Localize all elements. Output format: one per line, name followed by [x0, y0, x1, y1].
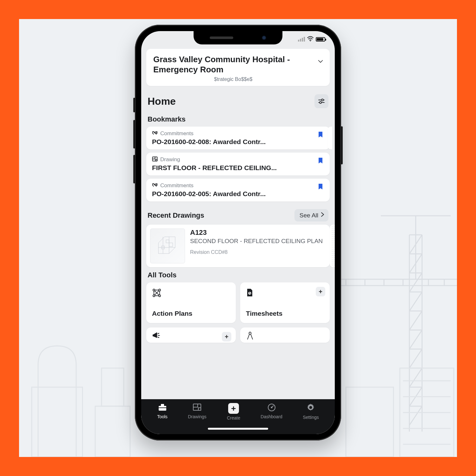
svg-rect-19 — [161, 404, 164, 406]
sliders-icon — [318, 97, 325, 105]
home-indicator[interactable] — [208, 428, 268, 430]
tool-label: Action Plans — [152, 310, 230, 317]
tool-label: Timesheets — [246, 310, 324, 317]
svg-point-25 — [309, 406, 312, 409]
svg-rect-10 — [155, 159, 157, 161]
tab-label: Settings — [303, 415, 319, 420]
project-subtitle: $trategic Bo$$e$ — [153, 76, 313, 82]
status-bar — [298, 36, 325, 42]
bookmarks-heading: Bookmarks — [141, 111, 335, 127]
filter-button[interactable] — [314, 94, 328, 108]
toolbox-icon — [158, 403, 167, 413]
chevron-right-icon — [320, 212, 325, 219]
all-tools-heading: All Tools — [141, 267, 335, 282]
bookmark-item[interactable]: Drawing FIRST FLOOR - REFLECTED CEILING.… — [146, 153, 330, 175]
project-title: Grass Valley Community Hospital - Emerge… — [153, 55, 313, 75]
bookmarks-list: Commitments PO-201600-02-008: Awarded Co… — [141, 127, 335, 202]
svg-rect-4 — [346, 387, 393, 457]
svg-rect-1 — [95, 406, 130, 457]
phone-frame: Grass Valley Community Hospital - Emerge… — [135, 25, 341, 440]
tab-drawings[interactable]: Drawings — [188, 403, 206, 419]
tab-label: Drawings — [188, 414, 206, 419]
svg-rect-2 — [102, 368, 124, 406]
svg-point-8 — [320, 102, 321, 103]
nodes-icon — [152, 288, 230, 300]
drawing-thumbnail — [150, 228, 185, 263]
drawing-revision: Revision CCD#8 — [190, 249, 323, 255]
svg-rect-16 — [153, 334, 154, 336]
cell-signal-icon — [298, 37, 305, 42]
tool-add-button[interactable]: + — [316, 287, 325, 296]
svg-point-7 — [321, 99, 323, 101]
drawing-card[interactable]: A123 SECOND FLOOR - REFLECTED CEILING PL… — [146, 225, 330, 267]
tools-grid: Action Plans + Timesheets + — [141, 282, 335, 343]
tool-timesheets[interactable]: + Timesheets — [240, 282, 330, 323]
svg-rect-20 — [159, 407, 166, 408]
file-icon — [246, 288, 324, 299]
svg-point-24 — [271, 407, 272, 408]
screen: Grass Valley Community Hospital - Emerge… — [141, 31, 335, 434]
tab-label: Tools — [157, 414, 168, 419]
drawing-description: SECOND FLOOR - REFLECTED CEILING PLAN — [190, 237, 323, 245]
bookmark-overflow-peek[interactable] — [328, 127, 332, 149]
wifi-icon — [307, 36, 314, 42]
see-all-label: See All — [300, 212, 318, 219]
bookmark-title: PO-201600-02-008: Awarded Contr... — [152, 138, 314, 146]
handshake-icon — [152, 131, 158, 136]
blueprint-icon — [192, 403, 202, 413]
bookmark-title: FIRST FLOOR - REFLECTED CEILING... — [152, 164, 314, 172]
bookmark-item[interactable]: Commitments PO-201600-02-008: Awarded Co… — [146, 127, 330, 149]
tab-label: Create — [227, 415, 240, 420]
see-all-button[interactable]: See All — [294, 209, 328, 221]
plus-icon: + — [228, 403, 239, 414]
project-selector[interactable]: Grass Valley Community Hospital - Emerge… — [146, 49, 330, 86]
bookmark-icon — [318, 183, 323, 192]
tab-settings[interactable]: Settings — [303, 403, 319, 420]
chevron-down-icon — [317, 58, 324, 67]
tab-bar: Tools Drawings + Create Dashboard — [141, 399, 335, 434]
bookmark-icon — [318, 131, 323, 140]
svg-rect-22 — [198, 408, 201, 410]
svg-rect-18 — [159, 406, 166, 411]
bookmark-category: Drawing — [160, 156, 180, 163]
droplet-icon — [246, 331, 324, 342]
bookmark-category: Commitments — [160, 130, 194, 137]
svg-rect-5 — [400, 368, 454, 457]
svg-point-6 — [310, 41, 311, 41]
tool-inspections[interactable] — [240, 327, 330, 343]
svg-rect-0 — [32, 387, 83, 457]
drawing-overflow-peek[interactable] — [330, 225, 335, 267]
tab-tools[interactable]: Tools — [157, 403, 168, 419]
tool-action-plans[interactable]: Action Plans — [146, 282, 236, 323]
tool-add-button[interactable]: + — [222, 332, 231, 341]
tab-create[interactable]: + Create — [227, 403, 240, 420]
recent-drawings-heading: Recent Drawings — [148, 211, 204, 220]
battery-icon — [316, 37, 325, 42]
bookmark-item[interactable]: Commitments PO-201600-02-005: Awarded Co… — [146, 179, 330, 202]
gear-icon — [306, 403, 315, 413]
bookmark-category: Commitments — [160, 182, 194, 189]
megaphone-icon — [152, 331, 230, 342]
handshake-icon — [152, 183, 158, 188]
tab-label: Dashboard — [261, 414, 282, 419]
tab-dashboard[interactable]: Dashboard — [261, 403, 282, 419]
drawing-number: A123 — [190, 228, 323, 237]
notch — [194, 31, 282, 44]
bookmark-title: PO-201600-02-005: Awarded Contr... — [152, 190, 314, 198]
page-title: Home — [148, 96, 176, 107]
tool-announcements[interactable]: + — [146, 327, 236, 343]
bookmark-icon — [318, 157, 323, 166]
gauge-icon — [267, 403, 276, 413]
drawing-icon — [152, 156, 158, 163]
recent-drawings-list: A123 SECOND FLOOR - REFLECTED CEILING PL… — [141, 225, 335, 267]
